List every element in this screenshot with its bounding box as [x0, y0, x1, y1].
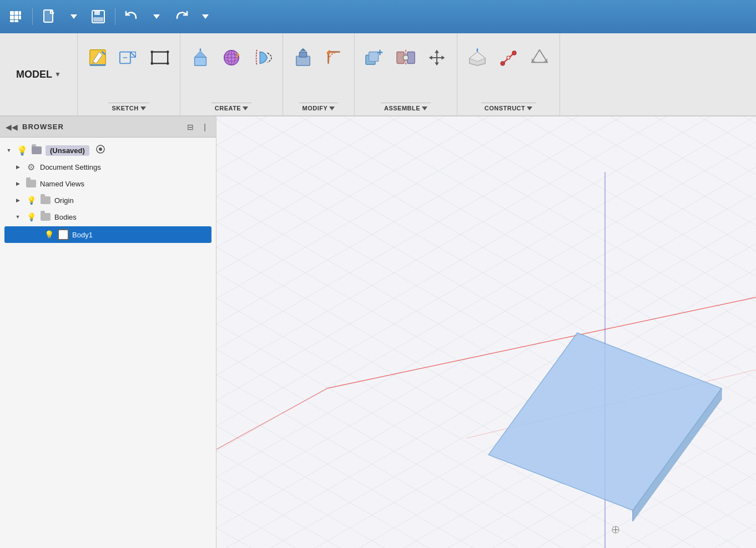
undo-dropdown-icon[interactable]	[147, 7, 167, 27]
svg-rect-1	[14, 11, 18, 15]
assemble-movecopy-icon[interactable]	[422, 39, 451, 77]
svg-rect-2	[19, 11, 21, 15]
tree-body1-item[interactable]: 💡 Body1	[4, 226, 211, 243]
svg-point-39	[328, 50, 331, 54]
save-icon[interactable]	[88, 7, 108, 27]
assemble-new-component-icon[interactable]	[360, 39, 389, 77]
sketch-section: SKETCH	[78, 33, 180, 115]
browser-tree: 💡 (Unsaved) ⚙ Docume	[0, 138, 216, 548]
undo-icon[interactable]	[122, 7, 142, 27]
body1-expander[interactable]	[31, 230, 40, 239]
svg-point-19	[150, 50, 153, 53]
construct-label: CONSTRUCT	[485, 105, 526, 111]
tree-origin-item[interactable]: 💡 Origin	[0, 192, 216, 209]
new-file-icon[interactable]	[39, 7, 59, 27]
assemble-label-row[interactable]: ASSEMBLE	[381, 103, 431, 113]
sketch-finish-icon[interactable]	[114, 39, 143, 77]
svg-point-61	[507, 56, 510, 59]
browser-panel: ◀◀ BROWSER ⊟ | 💡 (Unsaved)	[0, 116, 216, 548]
root-settings-icon	[96, 145, 105, 156]
tree-document-settings-item[interactable]: ⚙ Document Settings	[0, 159, 216, 175]
svg-rect-4	[14, 16, 18, 19]
create-revolve-icon[interactable]	[248, 39, 277, 77]
construct-plane-icon[interactable]	[463, 39, 492, 77]
construct-axis-icon[interactable]	[494, 39, 523, 77]
root-expander[interactable]	[4, 146, 13, 155]
main-area: ◀◀ BROWSER ⊟ | 💡 (Unsaved)	[0, 116, 756, 548]
model-section: MODEL ▼	[0, 33, 78, 115]
assemble-joint-icon[interactable]	[391, 39, 420, 77]
svg-rect-3	[10, 16, 14, 19]
svg-rect-11	[93, 17, 103, 22]
sketch-label-row[interactable]: SKETCH	[108, 103, 149, 113]
svg-rect-8	[44, 10, 53, 22]
bodies-expander[interactable]	[13, 212, 22, 221]
origin-expander[interactable]	[13, 196, 22, 205]
viewport[interactable]	[216, 116, 756, 548]
svg-rect-18	[152, 52, 168, 64]
construct-point-icon[interactable]	[525, 39, 554, 77]
sketch-label: SKETCH	[112, 105, 138, 111]
svg-point-22	[167, 62, 169, 65]
body1-label: Body1	[72, 231, 93, 239]
ribbon: MODEL ▼	[0, 33, 756, 116]
svg-rect-41	[369, 52, 379, 62]
create-label-row[interactable]: CREATE	[211, 103, 251, 113]
svg-point-20	[167, 50, 169, 53]
svg-marker-62	[532, 50, 547, 63]
construct-label-row[interactable]: CONSTRUCT	[481, 103, 536, 113]
assemble-icons	[360, 37, 451, 103]
doc-settings-expander[interactable]	[13, 163, 22, 171]
svg-rect-7	[14, 20, 18, 22]
doc-settings-label: Document Settings	[40, 163, 101, 171]
svg-rect-0	[10, 11, 14, 15]
doc-settings-gear-icon: ⚙	[26, 161, 37, 172]
redo-icon[interactable]	[171, 7, 191, 27]
bodies-bulb-icon: 💡	[26, 211, 37, 222]
bodies-folder-icon	[40, 211, 51, 222]
svg-point-59	[501, 62, 505, 66]
redo-dropdown-icon[interactable]	[195, 7, 215, 27]
modify-label-row[interactable]: MODIFY	[299, 103, 339, 113]
toolbar-separator-2	[115, 8, 115, 25]
origin-bulb-icon: 💡	[26, 195, 37, 206]
svg-point-60	[512, 51, 517, 55]
svg-point-47	[403, 55, 408, 60]
create-label: CREATE	[215, 105, 241, 111]
bodies-label: Bodies	[54, 213, 77, 221]
body1-bulb-icon: 💡	[43, 229, 54, 240]
toolbar-separator	[32, 8, 33, 25]
tree-root-item[interactable]: 💡 (Unsaved)	[0, 142, 216, 159]
svg-rect-23	[195, 57, 206, 65]
assemble-label: ASSEMBLE	[384, 105, 420, 111]
browser-settings-icon[interactable]: ⊟	[185, 121, 196, 133]
tree-bodies-item[interactable]: 💡 Bodies	[0, 209, 216, 225]
browser-back-icon[interactable]: ◀◀	[6, 123, 18, 131]
svg-rect-79	[216, 116, 756, 548]
svg-line-65	[532, 50, 540, 63]
modify-fillet-icon[interactable]	[320, 39, 349, 77]
create-extrude-icon[interactable]	[186, 39, 215, 77]
sketch-rectangle-icon[interactable]	[145, 39, 174, 77]
named-views-label: Named Views	[40, 180, 84, 188]
grid-menu-icon[interactable]	[6, 7, 26, 27]
svg-marker-57	[476, 48, 478, 50]
sketch-icons	[83, 37, 174, 103]
tree-named-views-item[interactable]: Named Views	[0, 175, 216, 192]
svg-rect-6	[10, 20, 14, 22]
modify-label: MODIFY	[303, 105, 328, 111]
model-label-text: MODEL	[16, 69, 52, 80]
model-button[interactable]: MODEL ▼	[16, 69, 61, 80]
file-dropdown-icon[interactable]	[64, 7, 84, 27]
modify-icons	[289, 37, 349, 103]
svg-point-69	[99, 148, 102, 151]
browser-collapse-icon[interactable]: |	[199, 121, 210, 133]
sketch-create-icon[interactable]	[83, 39, 112, 77]
named-views-expander[interactable]	[13, 179, 22, 188]
modify-presspull-icon[interactable]	[289, 39, 317, 77]
origin-label: Origin	[54, 196, 74, 205]
create-mesh-icon[interactable]	[217, 39, 246, 77]
svg-rect-10	[94, 11, 100, 15]
model-dropdown-arrow: ▼	[54, 70, 61, 78]
modify-section: MODIFY	[283, 33, 355, 115]
